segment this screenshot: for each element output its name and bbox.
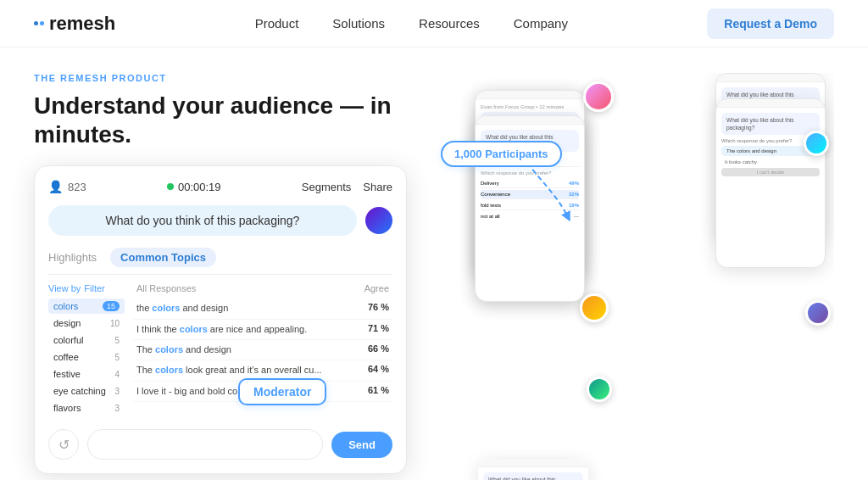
topic-design[interactable]: design 10 xyxy=(48,315,125,331)
right-panel: 1,000 Participants xyxy=(424,73,834,480)
topic-flavors[interactable]: flavors 3 xyxy=(48,400,125,416)
topic-eye-catching[interactable]: eye catching 3 xyxy=(48,383,125,399)
topic-coffee[interactable]: coffee 5 xyxy=(48,349,125,365)
response-row-3: The colors and design 66 % xyxy=(133,340,392,360)
nav-product[interactable]: Product xyxy=(255,16,299,31)
input-row: ↺ Send xyxy=(48,429,392,460)
view-by-row: View by Filter xyxy=(48,283,125,293)
data-area: View by Filter colors 15 design 10 color… xyxy=(48,283,392,417)
phone-card-6: What did you like about this packaging? … xyxy=(715,98,826,268)
floating-avatar-3 xyxy=(580,293,609,322)
logo[interactable]: remesh xyxy=(34,13,115,35)
send-button[interactable]: Send xyxy=(331,432,392,458)
person-icon: 👤 xyxy=(48,180,63,193)
segments-link[interactable]: Segments xyxy=(302,181,352,193)
refresh-button[interactable]: ↺ xyxy=(48,429,79,460)
phone-card-7: What did you like about this packaging? … xyxy=(478,459,588,480)
tab-common-topics[interactable]: Common Topics xyxy=(110,248,216,267)
responses-header: All Responses Agree xyxy=(133,283,392,293)
nav-resources[interactable]: Resources xyxy=(419,16,480,31)
filter-link[interactable]: Filter xyxy=(84,283,104,293)
card-header: 👤 823 00:00:19 Segments Share xyxy=(48,180,392,193)
nav-company[interactable]: Company xyxy=(514,16,568,31)
timer-value: 00:00:19 xyxy=(178,181,221,193)
floating-avatar-4 xyxy=(587,377,612,402)
floating-avatar-1 xyxy=(583,81,614,112)
share-link[interactable]: Share xyxy=(363,181,392,193)
logo-dots xyxy=(34,21,44,25)
agree-label: Agree xyxy=(364,283,389,293)
main-content: THE REMESH PRODUCT Understand your audie… xyxy=(0,47,868,480)
timer-badge: 00:00:19 xyxy=(167,181,221,193)
request-demo-button[interactable]: Request a Demo xyxy=(707,8,834,39)
question-area: What do you think of this packaging? xyxy=(48,205,392,236)
response-row-2: I think the colors are nice and appealin… xyxy=(133,320,392,340)
response-row-1: the colors and design 76 % xyxy=(133,299,392,319)
tab-highlights[interactable]: Highlights xyxy=(48,248,97,267)
topics-list: View by Filter colors 15 design 10 color… xyxy=(48,283,125,417)
timer-dot xyxy=(167,183,174,190)
topic-festive[interactable]: festive 4 xyxy=(48,366,125,382)
participants-badge: 1,000 Participants xyxy=(441,141,562,167)
participants-number: 823 xyxy=(68,181,86,193)
phone4-prompt: Which response do you prefer? xyxy=(481,166,579,176)
message-input[interactable] xyxy=(87,429,323,460)
floating-avatar-2 xyxy=(804,131,829,156)
logo-dot-2 xyxy=(40,21,44,25)
logo-text: remesh xyxy=(49,13,115,35)
tabs-row: Highlights Common Topics xyxy=(48,248,392,275)
view-by-label: View by xyxy=(48,283,81,293)
chat-interface-card: 👤 823 00:00:19 Segments Share What do yo… xyxy=(34,165,407,474)
phone3-timestamp: Evan from Focus Group • 12 minutes xyxy=(481,104,579,109)
moderator-tooltip: Moderator xyxy=(238,378,326,405)
section-label: THE REMESH PRODUCT xyxy=(34,73,424,83)
moderator-avatar xyxy=(365,207,392,234)
topic-colors[interactable]: colors 15 xyxy=(48,299,125,314)
logo-dot-1 xyxy=(34,21,38,25)
floating-avatar-5 xyxy=(805,300,831,326)
nav-solutions[interactable]: Solutions xyxy=(332,16,385,31)
question-bubble: What do you think of this packaging? xyxy=(48,205,357,236)
all-responses-label: All Responses xyxy=(136,283,196,293)
topic-colorful[interactable]: colorful 5 xyxy=(48,332,125,348)
header-actions: Segments Share xyxy=(302,181,392,193)
page-title: Understand your audience — in minutes. xyxy=(34,92,424,148)
navbar: remesh Product Solutions Resources Compa… xyxy=(0,0,868,47)
nav-links: Product Solutions Resources Company xyxy=(255,16,568,31)
participants-count: 👤 823 xyxy=(48,180,86,193)
left-panel: THE REMESH PRODUCT Understand your audie… xyxy=(34,73,424,480)
